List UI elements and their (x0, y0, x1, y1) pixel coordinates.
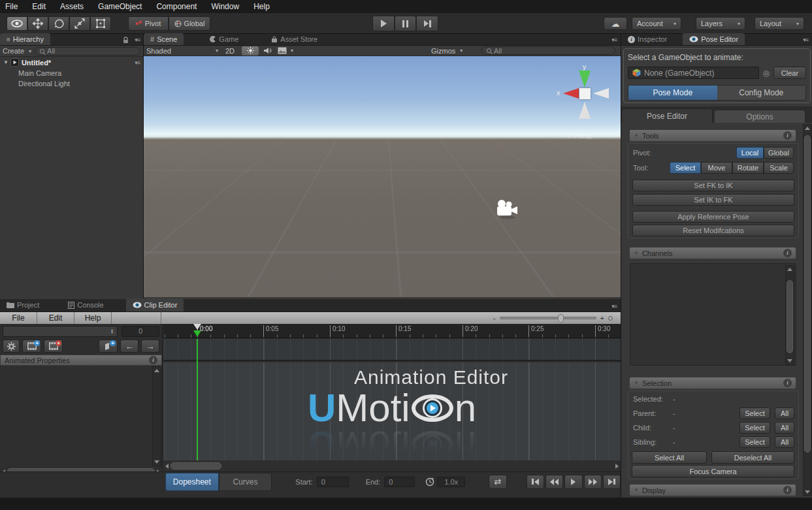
scroll-thumb[interactable] (804, 135, 811, 453)
gameobject-field[interactable]: None (GameObject) (628, 67, 759, 79)
lock-icon[interactable] (123, 37, 129, 44)
scroll-thumb[interactable] (787, 280, 793, 353)
curves-tab-button[interactable]: Curves (219, 473, 272, 491)
play-clip-button[interactable] (564, 475, 582, 489)
2d-toggle[interactable]: 2D (222, 47, 238, 55)
x-axis-cone[interactable] (563, 88, 579, 99)
scroll-up-icon[interactable] (787, 268, 792, 271)
frame-number-field[interactable]: 0 (122, 326, 159, 337)
panel-menu-icon[interactable]: ▾≡ (135, 37, 140, 43)
tab-console[interactable]: Console (61, 298, 110, 311)
clip-menu-help[interactable]: Help (74, 312, 112, 324)
rotate-tool-button[interactable] (48, 16, 69, 31)
clip-select-dropdown[interactable]: ▴ ▾ (3, 326, 118, 337)
all-child-button[interactable]: All (775, 422, 794, 434)
deselect-all-button[interactable]: Deselect All (711, 451, 794, 464)
tools-section-header[interactable]: ▼ Tools i (629, 129, 796, 142)
menu-component[interactable]: Component (156, 2, 197, 11)
scroll-left-icon[interactable] (165, 464, 169, 469)
shading-mode-dropdown[interactable]: Shaded▾ (146, 47, 218, 55)
effects-dropdown[interactable]: ▾ (278, 47, 293, 54)
rect-tool-button[interactable] (90, 16, 111, 31)
global-toggle-button[interactable]: Global (169, 16, 210, 31)
info-icon[interactable]: i (783, 379, 792, 387)
hierarchy-item-directional-light[interactable]: Directional Light (0, 78, 143, 89)
step-button[interactable] (416, 16, 438, 31)
tab-game[interactable]: Game (203, 33, 245, 45)
pose-editor-scrollbar[interactable] (803, 124, 812, 496)
clear-button[interactable]: Clear (773, 67, 806, 79)
timeline-hscrollbar[interactable] (163, 461, 621, 471)
timeline-ruler[interactable]: 0:00 0:05 0:10 0:15 0:20 0:25 0:30 (163, 324, 621, 338)
channels-list[interactable] (630, 263, 796, 366)
start-field[interactable]: 0 (317, 477, 349, 487)
properties-scrollbar[interactable] (152, 366, 161, 466)
orientation-gizmo[interactable]: y x (555, 63, 614, 128)
scale-tool-button[interactable] (69, 16, 90, 31)
camera-gizmo-icon[interactable] (495, 199, 520, 219)
lighting-toggle[interactable] (242, 46, 259, 56)
go-to-start-button[interactable] (527, 475, 544, 489)
focus-camera-button[interactable]: Focus Camera (632, 465, 794, 477)
reset-modifications-button[interactable]: Reset Modifcations (632, 225, 794, 236)
search-icon[interactable] (608, 316, 613, 321)
playhead-line[interactable] (197, 339, 198, 460)
menu-edit[interactable]: Edit (32, 2, 46, 11)
tab-pose-editor-inner[interactable]: Pose Editor (621, 108, 713, 123)
animated-properties-list[interactable] (0, 366, 162, 467)
create-dropdown[interactable]: Create▾ (3, 47, 31, 55)
layout-dropdown[interactable]: Layout▾ (755, 17, 804, 30)
menu-file[interactable]: File (5, 2, 18, 11)
menu-window[interactable]: Window (211, 2, 239, 11)
all-parent-button[interactable]: All (775, 407, 794, 419)
neg-y-axis-cone[interactable] (579, 102, 591, 119)
audio-toggle[interactable] (263, 47, 274, 54)
speed-field[interactable]: 1.0x (437, 477, 465, 487)
layers-dropdown[interactable]: Layers▾ (696, 17, 745, 30)
tab-inspector[interactable]: i Inspector (621, 33, 674, 45)
next-key-button[interactable]: → (141, 340, 159, 353)
info-icon[interactable]: i (783, 486, 792, 494)
zoom-out-label[interactable]: - (493, 314, 496, 322)
settings-button[interactable] (3, 340, 20, 353)
hierarchy-item-main-camera[interactable]: Main Camera (0, 68, 143, 78)
select-all-button[interactable]: Select All (632, 451, 707, 464)
hierarchy-search-input[interactable]: All (35, 47, 140, 56)
menu-assets[interactable]: Assets (60, 2, 84, 11)
info-icon[interactable]: i (149, 356, 157, 364)
prev-key-button[interactable]: ← (120, 340, 138, 353)
hierarchy-scene-row[interactable]: ▼ Untitled* ▾≡ (0, 57, 143, 68)
add-clip-button[interactable]: + (22, 340, 41, 353)
tool-rotate-button[interactable]: Rotate (732, 162, 764, 174)
scroll-down-icon[interactable] (805, 490, 810, 494)
scroll-down-icon[interactable] (154, 460, 159, 464)
tab-options[interactable]: Options (714, 110, 805, 123)
add-property-button[interactable]: + (99, 340, 118, 353)
cloud-button[interactable]: ☁ (604, 17, 627, 30)
config-mode-button[interactable]: Config Mode (717, 86, 806, 100)
pose-mode-button[interactable]: Pose Mode (628, 86, 717, 100)
zoom-slider[interactable] (500, 317, 596, 319)
move-tool-button[interactable] (27, 16, 48, 31)
channels-section-header[interactable]: ▼ Channels i (629, 247, 796, 259)
fast-forward-button[interactable] (584, 475, 602, 489)
delete-clip-button[interactable]: × (44, 340, 63, 353)
select-sibling-button[interactable]: Select (739, 436, 770, 448)
clip-menu-edit[interactable]: Edit (37, 312, 74, 324)
scene-viewport[interactable]: y x < Persp (144, 56, 621, 297)
set-ik-to-fk-button[interactable]: Set IK to FK (632, 194, 794, 206)
panel-menu-icon[interactable]: ▾≡ (803, 37, 808, 43)
select-child-button[interactable]: Select (739, 422, 770, 434)
set-fk-to-ik-button[interactable]: Set FK to IK (632, 180, 794, 191)
y-axis-cone[interactable] (579, 71, 591, 88)
z-axis-cone[interactable] (593, 88, 609, 99)
select-parent-button[interactable]: Select (739, 407, 770, 419)
playhead-marker[interactable] (193, 324, 201, 338)
pivot-local-button[interactable]: Local (736, 147, 764, 159)
foldout-icon[interactable]: ▼ (3, 59, 8, 65)
clip-menu-file[interactable]: File (0, 312, 37, 324)
info-icon[interactable]: i (783, 249, 792, 257)
view-tool-button[interactable] (7, 16, 27, 31)
loop-toggle-button[interactable]: ⇄ (489, 475, 506, 489)
display-section-header[interactable]: ▼ Display i (629, 484, 796, 496)
